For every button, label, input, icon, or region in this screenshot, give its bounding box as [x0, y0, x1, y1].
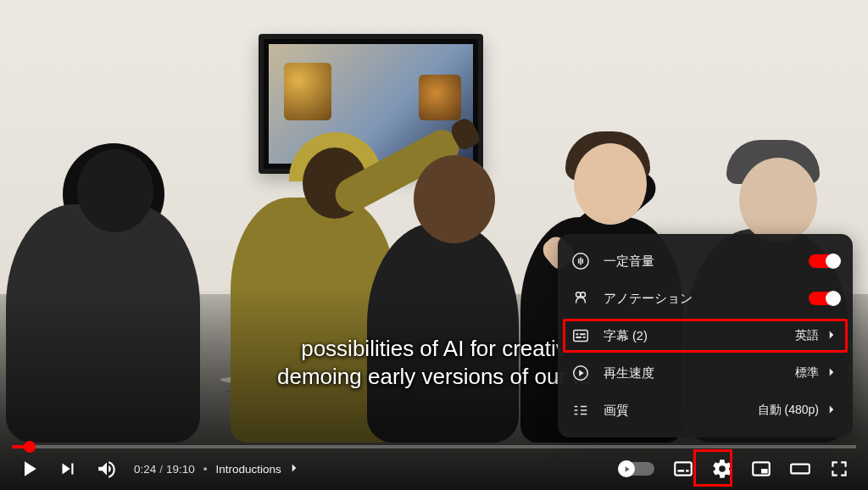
menu-item-quality[interactable]: 画質 自動 (480p) [558, 392, 853, 429]
next-button[interactable] [51, 452, 85, 486]
time-dot: • [203, 463, 208, 476]
menu-value: 英語 [795, 328, 819, 343]
svg-rect-14 [791, 465, 810, 474]
playback-speed-icon [570, 362, 592, 384]
svg-rect-10 [678, 470, 685, 472]
toggle-switch[interactable] [809, 254, 839, 268]
menu-item-annotations[interactable]: アノテーション [558, 280, 853, 317]
chevron-right-icon [824, 327, 839, 345]
miniplayer-button[interactable] [744, 452, 778, 486]
menu-item-subtitles[interactable]: 字幕 (2) 英語 [558, 317, 853, 354]
svg-rect-9 [675, 462, 692, 475]
menu-label: 画質 [604, 403, 746, 419]
menu-value: 自動 (480p) [758, 403, 819, 418]
subtitles-button[interactable] [666, 452, 700, 486]
chevron-right-icon [824, 365, 839, 382]
toggle-switch[interactable] [809, 292, 839, 305]
time-display: 0:24 / 19:10 • Introductions [129, 460, 307, 478]
control-bar: 0:24 / 19:10 • Introductions [0, 448, 868, 490]
svg-point-2 [581, 292, 586, 298]
autoplay-toggle[interactable] [619, 462, 654, 476]
volume-button[interactable] [90, 452, 124, 486]
chapter-button[interactable]: Introductions [216, 460, 302, 478]
quality-icon [570, 399, 592, 421]
chevron-right-icon [287, 460, 302, 478]
menu-item-playback-speed[interactable]: 再生速度 標準 [558, 354, 853, 392]
video-viewport: possibilities of AI for creativ demoing … [0, 0, 868, 490]
menu-label: 一定音量 [604, 253, 797, 270]
menu-label: 再生速度 [604, 365, 783, 381]
annotations-icon [570, 287, 592, 309]
theater-mode-button[interactable] [783, 452, 817, 486]
svg-rect-5 [583, 337, 586, 338]
chevron-right-icon [824, 402, 839, 420]
menu-label: 字幕 (2) [604, 328, 783, 344]
settings-button[interactable] [705, 452, 739, 486]
fullscreen-button[interactable] [822, 452, 856, 486]
svg-rect-7 [580, 333, 585, 335]
subtitles-icon [570, 325, 592, 347]
time-current: 0:24 [134, 463, 156, 476]
play-button[interactable] [12, 452, 46, 486]
settings-menu: 一定音量 アノテーション 字幕 (2) 英語 再生速度 [558, 234, 853, 437]
menu-label: アノテーション [604, 291, 797, 307]
svg-rect-4 [576, 337, 581, 338]
svg-rect-3 [574, 331, 588, 342]
menu-value: 標準 [795, 365, 819, 381]
svg-rect-6 [576, 333, 579, 335]
chapter-label: Introductions [216, 463, 281, 476]
svg-point-1 [576, 292, 581, 298]
time-duration: 19:10 [166, 463, 195, 476]
time-separator: / [159, 463, 163, 476]
stable-volume-icon [570, 250, 592, 272]
svg-rect-11 [686, 470, 688, 472]
svg-rect-13 [761, 469, 768, 473]
menu-item-stable-volume[interactable]: 一定音量 [558, 242, 853, 280]
